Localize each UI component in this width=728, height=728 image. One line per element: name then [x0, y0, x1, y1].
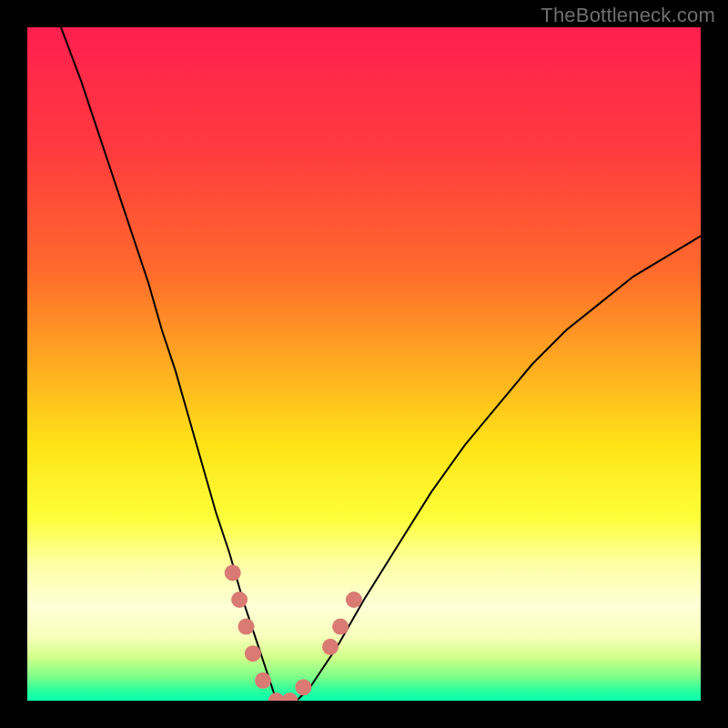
chart-frame: TheBottleneck.com [0, 0, 728, 728]
threshold-marker [231, 592, 248, 608]
bottleneck-chart [27, 27, 701, 701]
threshold-marker [245, 645, 261, 662]
threshold-marker [255, 672, 271, 689]
threshold-marker [346, 592, 362, 608]
threshold-marker [238, 619, 255, 635]
attribution-text: TheBottleneck.com [541, 4, 715, 27]
threshold-marker [225, 564, 241, 581]
threshold-marker [295, 679, 311, 695]
threshold-marker [332, 619, 349, 635]
plot-area [27, 27, 701, 701]
threshold-marker [322, 639, 339, 655]
